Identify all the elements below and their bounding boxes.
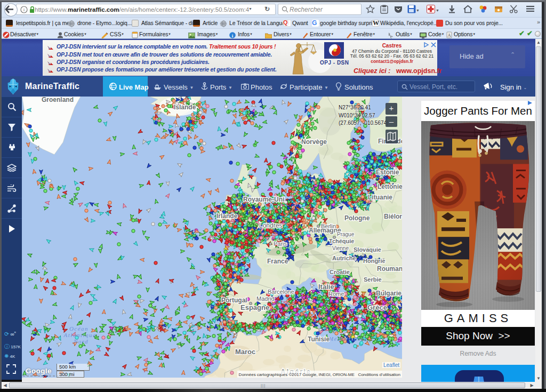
svg-text:Norvège: Norvège — [301, 138, 327, 146]
svg-text:Rome: Rome — [328, 291, 344, 297]
svg-text:Barcelone: Barcelone — [268, 289, 294, 295]
svg-text:Portugal: Portugal — [221, 297, 247, 304]
svg-text:Groenland: Groenland — [42, 97, 74, 103]
svg-text:Méditerranée: Méditerranée — [328, 336, 367, 342]
svg-text:Roumanie: Roumanie — [377, 265, 402, 273]
svg-text:France: France — [267, 258, 288, 265]
svg-text:Paris: Paris — [274, 241, 287, 247]
svg-text:Tunisie: Tunisie — [308, 335, 330, 343]
svg-text:Islande: Islande — [174, 103, 196, 111]
svg-text:Estonie: Estonie — [376, 169, 399, 176]
svg-text:i: i — [23, 7, 25, 12]
svg-text:Londres: Londres — [259, 222, 282, 229]
svg-text:Grèce: Grèce — [367, 303, 387, 311]
svg-text:Biélorus: Biélorus — [384, 213, 402, 220]
svg-text:Irlande: Irlande — [216, 212, 238, 220]
svg-text:Madrid: Madrid — [256, 295, 275, 302]
svg-text:Hongrie: Hongrie — [363, 258, 386, 264]
svg-text:Royaume-Uni: Royaume-Uni — [243, 196, 284, 203]
svg-text:Croatie: Croatie — [330, 269, 350, 275]
svg-text:Pologne: Pologne — [344, 214, 370, 222]
svg-text:Lituanie: Lituanie — [368, 194, 392, 201]
svg-text:Serbie: Serbie — [364, 276, 382, 283]
svg-text:Atlantique: Atlantique — [63, 332, 97, 338]
svg-text:Maroc: Maroc — [235, 348, 255, 356]
svg-text:Lettonie: Lettonie — [378, 183, 402, 190]
svg-text:Slovaquie: Slovaquie — [354, 246, 381, 253]
svg-text:A: A — [447, 33, 451, 38]
svg-text:Italie: Italie — [318, 283, 334, 291]
svg-text:Espagne: Espagne — [240, 303, 269, 311]
svg-text:Berlin: Berlin — [321, 223, 336, 229]
svg-text:Autriche: Autriche — [332, 255, 356, 261]
svg-text:Prague: Prague — [337, 231, 355, 237]
svg-text:Tchéquie: Tchéquie — [329, 238, 354, 244]
svg-text:Nord: Nord — [73, 338, 89, 345]
svg-text:Océan: Océan — [69, 325, 89, 332]
svg-text:Bulgarie: Bulgarie — [376, 290, 402, 297]
svg-text:Vienne: Vienne — [332, 245, 349, 251]
